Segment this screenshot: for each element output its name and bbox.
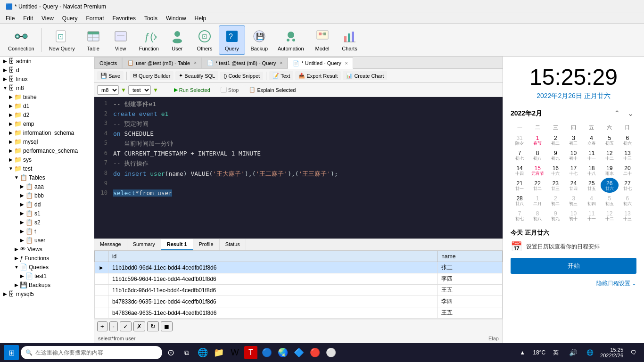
tree-item-mysql[interactable]: ▶📁mysql <box>0 137 94 146</box>
tree-item-dd[interactable]: ▶📋dd <box>0 200 94 209</box>
tree-item-user[interactable]: ▶📋user <box>0 236 94 245</box>
toolbar-btn-connection[interactable]: +Connection <box>4 25 39 55</box>
cal-day[interactable]: 25廿五 <box>583 178 601 193</box>
codesnippet-button[interactable]: () Code Snippet <box>220 72 263 80</box>
taskbar-search-box[interactable]: 🔍 在这里输入你要搜索的内容 <box>21 346 162 359</box>
cal-day[interactable]: 9初九 <box>546 208 564 223</box>
add-row-button[interactable]: + <box>97 321 107 331</box>
tree-item-sys[interactable]: ▶📁sys <box>0 155 94 164</box>
tree-item-functions[interactable]: ▶ƒFunctions <box>0 254 94 263</box>
cal-prev-button[interactable]: ⌃ <box>611 108 623 119</box>
cal-day[interactable]: 6初六 <box>619 193 636 208</box>
tree-item-t[interactable]: ▶📋t <box>0 227 94 236</box>
toolbar-btn-query[interactable]: ?Query <box>219 25 245 55</box>
taskbar-app2[interactable]: 🔴 <box>308 346 322 359</box>
db1-select[interactable]: m8 <box>97 85 119 95</box>
taskbar-word[interactable]: W <box>228 346 241 359</box>
cal-day[interactable]: 23廿三 <box>546 178 564 193</box>
tab-profile[interactable]: Profile <box>193 239 220 250</box>
cal-day[interactable]: 2初二 <box>546 132 564 148</box>
table-row[interactable]: 11b1c596-96d4-11ec-bdd4-4cedfb01f8d6李四 <box>95 273 503 285</box>
toolbar-btn-others[interactable]: ⊡Others <box>191 25 218 55</box>
tree-item-linux[interactable]: ▶🗄linux <box>0 74 94 83</box>
cal-day[interactable]: 4立春 <box>583 132 601 148</box>
toolbar-btn-new-query[interactable]: ⊡New Query <box>45 25 79 55</box>
tab-message[interactable]: Message <box>94 239 127 250</box>
cal-day[interactable]: 18十八 <box>583 163 601 178</box>
taskbar-chrome[interactable]: 🔵 <box>260 346 273 359</box>
tree-item-queries[interactable]: ▼📄Queries <box>0 263 94 272</box>
tab-table-tab[interactable]: 📋user @test (m8) - Table× <box>122 57 202 68</box>
cal-day[interactable]: 6初六 <box>619 132 636 148</box>
cal-day[interactable]: 3初三 <box>564 193 582 208</box>
taskbar-notification[interactable]: 🗨 <box>627 346 640 359</box>
cal-day[interactable]: 10初十 <box>564 148 582 163</box>
cal-day[interactable]: 17十七 <box>564 163 582 178</box>
tree-item-performance_schema[interactable]: ▶📁performance_schema <box>0 146 94 155</box>
toolbar-btn-user[interactable]: User <box>164 25 190 55</box>
menu-item-favorites[interactable]: Favorites <box>109 14 140 23</box>
tree-item-test[interactable]: ▼📁test <box>0 164 94 173</box>
cal-day[interactable]: 26廿六 <box>601 178 619 193</box>
tab-result1[interactable]: Result 1 <box>161 239 193 250</box>
taskbar-cortana[interactable]: ⊙ <box>164 346 177 359</box>
delete-row-button[interactable]: - <box>109 321 118 331</box>
beautify-button[interactable]: ✦ Beautify SQL <box>175 71 218 80</box>
toolbar-btn-view[interactable]: View <box>107 25 134 55</box>
cal-day[interactable]: 27廿七 <box>619 178 636 193</box>
cal-day[interactable]: 13十三 <box>619 148 636 163</box>
tree-item-d1[interactable]: ▶📁d1 <box>0 101 94 110</box>
toolbar-btn-table[interactable]: Table <box>80 25 107 55</box>
taskbar-clock[interactable]: 15:25 2022/2/26 <box>600 347 623 358</box>
cal-day[interactable]: 7初七 <box>511 148 528 163</box>
taskbar-speaker[interactable]: 🔊 <box>566 346 579 359</box>
menu-item-edit[interactable]: Edit <box>19 14 37 23</box>
save-button[interactable]: 💾 Save <box>97 71 124 80</box>
tab-objects[interactable]: Objects <box>94 57 122 68</box>
tree-item-tables[interactable]: ▼📋Tables <box>0 173 94 182</box>
table-row[interactable]: b47836ae-9635-11ec-bdd4-4cedfb01f8d6王五 <box>95 307 503 319</box>
cal-day[interactable]: 1二月 <box>528 193 546 208</box>
tree-item-bbb[interactable]: ▶📋bbb <box>0 191 94 200</box>
cal-day[interactable]: 4初四 <box>583 193 601 208</box>
cal-day[interactable]: 11十一 <box>583 148 601 163</box>
table-row[interactable]: 11b1c6dc-96d4-11ec-bdd4-4cedfb01f8d6王五 <box>95 285 503 296</box>
tree-item-backups[interactable]: ▶💾Backups <box>0 280 94 289</box>
menu-item-view[interactable]: View <box>38 14 58 23</box>
menu-item-help[interactable]: Help <box>191 14 210 23</box>
tree-item-d[interactable]: ▶🗄d <box>0 66 94 74</box>
tab-query-tab[interactable]: 📄* test1 @test (m8) - Query× <box>202 57 288 68</box>
cal-day[interactable]: 12十二 <box>601 208 619 223</box>
tab-close-query-tab[interactable]: × <box>280 60 283 66</box>
taskbar-up-arrow[interactable]: ▲ <box>516 346 529 359</box>
cal-day[interactable]: 16十六 <box>546 163 564 178</box>
cal-day[interactable]: 2初二 <box>546 193 564 208</box>
cal-day[interactable]: 1春节 <box>528 132 546 148</box>
taskbar-lang[interactable]: 英 <box>549 346 562 359</box>
tree-item-s2[interactable]: ▶📋s2 <box>0 218 94 227</box>
query-builder-button[interactable]: ⊞ Query Builder <box>130 71 173 80</box>
cal-day[interactable]: 20二十 <box>619 163 636 178</box>
tree-item-bishe[interactable]: ▶📁bishe <box>0 92 94 101</box>
menu-item-query[interactable]: Query <box>58 14 82 23</box>
menu-item-window[interactable]: Window <box>162 14 190 23</box>
table-row[interactable]: b47833dc-9635-11ec-bdd4-4cedfb01f8d6李四 <box>95 296 503 307</box>
tab-summary[interactable]: Summary <box>127 239 161 250</box>
tree-item-m8[interactable]: ▼🗄m8 <box>0 83 94 92</box>
tree-item-s1[interactable]: ▶📋s1 <box>0 209 94 218</box>
tab-status[interactable]: Status <box>220 239 246 250</box>
taskbar-t[interactable]: T <box>244 346 257 359</box>
cal-day[interactable]: 19雨水 <box>601 163 619 178</box>
cal-day[interactable]: 31除夕 <box>511 132 528 148</box>
export-button[interactable]: 📤 Export Result <box>295 71 341 80</box>
start-button[interactable]: 开始 <box>511 258 636 274</box>
tab-close-table-tab[interactable]: × <box>194 60 197 66</box>
tree-item-d2[interactable]: ▶📁d2 <box>0 110 94 119</box>
tree-item-aaa[interactable]: ▶📋aaa <box>0 182 94 191</box>
menu-item-file[interactable]: File <box>2 14 18 23</box>
tree-item-views[interactable]: ▶👁Views <box>0 245 94 254</box>
cal-day[interactable]: 22廿二 <box>528 178 546 193</box>
taskbar-files[interactable]: 📁 <box>212 346 225 359</box>
cal-day[interactable]: 5初五 <box>601 132 619 148</box>
cal-day[interactable]: 24廿四 <box>564 178 582 193</box>
